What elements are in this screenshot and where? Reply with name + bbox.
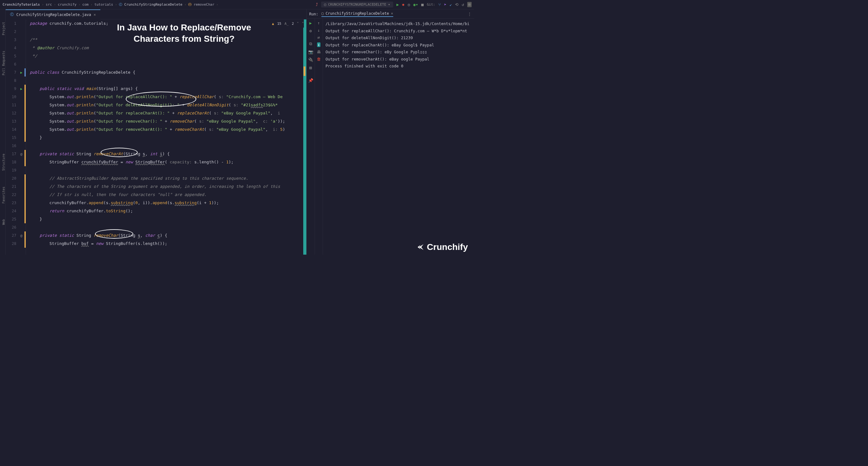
more-icon[interactable]: ⋮ [468, 11, 472, 16]
profile-icon[interactable]: ◉▾ [413, 2, 418, 7]
favorites-tool-tab[interactable]: Favorites [0, 187, 5, 204]
build-icon[interactable]: ⤴ [316, 2, 318, 7]
editor-scrollbar[interactable] [303, 20, 306, 255]
breadcrumb-item[interactable]: crunchify [58, 2, 76, 7]
code-line[interactable]: * @author Crunchify.com [26, 44, 306, 52]
code-line[interactable] [26, 76, 306, 85]
gutter-row[interactable]: 20 [6, 174, 26, 183]
code-line[interactable] [26, 142, 306, 150]
gutter-row[interactable]: 11 [6, 101, 26, 109]
code-line[interactable]: /** [26, 36, 306, 44]
code-line[interactable]: public static void main(String[] args) { [26, 85, 306, 93]
breadcrumb-item[interactable]: src [46, 2, 52, 7]
code-area[interactable]: ▲15 A̲2 ˄ ˅ In Java How to Replace/Remov… [26, 20, 306, 255]
gutter-row[interactable]: 25 [6, 215, 26, 223]
gutter-row[interactable]: 6 [6, 60, 26, 68]
gutter-row[interactable]: 16 [6, 142, 26, 150]
gutter-row[interactable]: 7▶ [6, 68, 26, 76]
gutter-icon[interactable]: @ [18, 234, 25, 238]
code-line[interactable] [26, 28, 306, 36]
inspections-widget[interactable]: ▲15 A̲2 ˄ ˅ [269, 20, 304, 28]
breadcrumb-item[interactable]: CrunchifyTutorials [2, 2, 40, 7]
camera-icon[interactable]: 📷 [308, 50, 313, 54]
gutter-icon[interactable]: ▶ [18, 70, 25, 75]
gutter-row[interactable]: 28 [6, 240, 26, 248]
code-line[interactable]: // The characters of the String argument… [26, 183, 306, 191]
code-line[interactable] [26, 223, 306, 231]
gutter-row[interactable]: 10 [6, 93, 26, 101]
gutter-row[interactable]: 26 [6, 223, 26, 231]
gutter-row[interactable]: 13 [6, 117, 26, 125]
gutter-row[interactable]: 3 [6, 36, 26, 44]
code-line[interactable]: System.out.println("Output for replaceAl… [26, 93, 306, 101]
rerun-icon[interactable]: ▶ [310, 21, 312, 25]
code-line[interactable]: System.out.println("Output for removeCha… [26, 125, 306, 133]
gutter-row[interactable]: 18 [6, 158, 26, 166]
close-icon[interactable]: × [391, 11, 393, 16]
git-history-icon[interactable]: ⟲ [455, 2, 459, 7]
code-line[interactable]: */ [26, 52, 306, 60]
gutter-row[interactable]: 19 [6, 166, 26, 174]
code-line[interactable]: StringBuffer crunchifyBuffer = new Strin… [26, 158, 306, 166]
print-icon[interactable]: 🖶 [317, 50, 321, 54]
gutter-row[interactable]: 5 [6, 52, 26, 60]
gutter-row[interactable]: 23 [6, 199, 26, 207]
code-line[interactable]: public class CrunchifyStringReplaceDelet… [26, 68, 306, 76]
editor-tab[interactable]: Ⓒ CrunchifyStringReplaceDelete.java × [6, 9, 100, 20]
code-line[interactable]: private static String removeChar(String … [26, 231, 306, 240]
gutter-row[interactable]: 15 [6, 133, 26, 142]
structure-tool-tab[interactable]: Structure [0, 154, 5, 170]
code-line[interactable]: } [26, 133, 306, 142]
pause-icon[interactable]: ⧉ [309, 41, 312, 46]
soft-wrap-icon[interactable]: ⇄ [318, 35, 320, 40]
gutter-row[interactable]: 27@ [6, 231, 26, 240]
run-icon[interactable]: ▶ [396, 2, 399, 7]
breadcrumb-item[interactable]: tutorials [94, 2, 113, 7]
breadcrumb-item[interactable]: removeChar [193, 2, 214, 7]
code-line[interactable]: private static String removeCharAt(Strin… [26, 150, 306, 158]
code-line[interactable]: return crunchifyBuffer.toString(); [26, 207, 306, 215]
gutter-row[interactable]: 4 [6, 44, 26, 52]
gutter-row[interactable]: 21 [6, 183, 26, 191]
code-line[interactable]: // AbstractStringBuilder Appends the spe… [26, 174, 306, 183]
git-update-icon[interactable]: ↙ [450, 2, 452, 7]
settings-icon[interactable]: ⚙ [310, 29, 312, 33]
code-line[interactable]: System.out.println("Output for deleteAll… [26, 101, 306, 109]
breadcrumb-item[interactable]: com [83, 2, 89, 7]
pin-icon[interactable]: 📌 [308, 78, 313, 83]
console-output[interactable]: /Library/Java/JavaVirtualMachines/jdk-15… [323, 19, 474, 255]
close-icon[interactable]: × [93, 12, 96, 17]
prev-highlight-icon[interactable]: ˄ [297, 22, 299, 26]
gutter-row[interactable]: 8 [6, 76, 26, 85]
git-branch-icon[interactable]: ⑂ [438, 2, 441, 7]
gutter-row[interactable]: 9▶ [6, 85, 26, 93]
code-line[interactable] [26, 166, 306, 174]
gutter-icon[interactable]: ▶ [18, 87, 25, 91]
git-revert-icon[interactable]: ↺ [462, 2, 464, 7]
gutter-row[interactable]: 22 [6, 191, 26, 199]
coverage-icon[interactable]: ◎ [408, 2, 410, 7]
layout-icon[interactable]: ▤ [310, 65, 312, 70]
code-line[interactable]: StringBuffer buf = new StringBuffer(s.le… [26, 240, 306, 248]
run-panel-tab[interactable]: ▢ CrunchifyStringReplaceDelete × [321, 11, 393, 17]
scroll-down-icon[interactable]: ↓ [318, 28, 320, 33]
stop-icon[interactable]: ■ [421, 2, 424, 7]
code-line[interactable]: System.out.println("Output for removeCha… [26, 117, 306, 125]
code-line[interactable]: // If str is null, then the four charact… [26, 191, 306, 199]
scroll-up-icon[interactable]: ↑ [318, 21, 320, 25]
gutter-row[interactable]: 1 [6, 20, 26, 28]
gutter-row[interactable]: 2 [6, 28, 26, 36]
pull-requests-tool-tab[interactable]: Pull Requests [0, 51, 5, 75]
gutter-row[interactable]: 24 [6, 207, 26, 215]
gutter-row[interactable]: 14 [6, 125, 26, 133]
gutter-icon[interactable]: @ [18, 152, 25, 156]
code-line[interactable]: package crunchify.com.tutorials; [26, 20, 306, 28]
code-line[interactable]: System.out.println("Output for replaceCh… [26, 109, 306, 117]
git-push-icon[interactable]: ➤ [444, 2, 446, 7]
project-tool-tab[interactable]: Project [0, 22, 5, 35]
code-line[interactable]: crunchifyBuffer.append(s.substring(0, i)… [26, 199, 306, 207]
web-tool-tab[interactable]: Web [0, 219, 5, 225]
exit-icon[interactable]: 🔌 [308, 57, 313, 62]
search-everywhere-icon[interactable]: ⊞ [467, 2, 472, 7]
clear-all-icon[interactable]: 🗑 [317, 57, 321, 61]
